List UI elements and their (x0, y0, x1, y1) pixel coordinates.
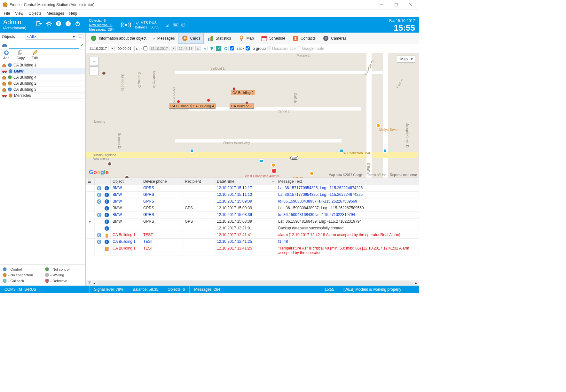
marker-ca1[interactable]: CA Building 1 (169, 104, 193, 109)
marker-ca2[interactable]: CA Building 2 (231, 90, 255, 95)
back-arrow-icon (97, 199, 102, 204)
object-item[interactable]: Mersedes (0, 93, 85, 99)
map-type-select[interactable]: Map ▾ (397, 56, 415, 63)
marker-ca3[interactable]: CA Building 3 (230, 104, 254, 109)
maximize-button[interactable] (389, 0, 403, 9)
cell-device-phone: TEST (141, 245, 183, 256)
legend-item: - Callback (3, 279, 41, 283)
table-row[interactable]: iBMWGPRS12.10.2017 15:11:13Lat:36.157177… (86, 192, 419, 198)
zoom-in-button[interactable]: + (90, 57, 98, 66)
svg-line-12 (50, 25, 51, 26)
add-button[interactable]: Add (3, 50, 10, 60)
object-item[interactable]: CA Building 3 (0, 87, 85, 93)
carrier-name: MTS-RUS (141, 20, 157, 25)
col-device-phone[interactable]: Device phone (141, 178, 183, 185)
close-button[interactable] (403, 0, 418, 9)
table-row[interactable]: iBMWGPRS12.10.2017 15:12:17Lat:36.157177… (86, 185, 419, 192)
cell-recipient (183, 245, 215, 256)
map-tool-x[interactable]: ✕ (216, 46, 222, 51)
scroll-left-button[interactable]: ◂ (93, 281, 95, 285)
grid-header-row: ☰ Object Device phone Recipient Date/Tim… (86, 178, 419, 185)
tab-map[interactable]: Map (235, 33, 257, 44)
menu-help[interactable]: Help (67, 11, 80, 16)
object-item[interactable]: CA Building 1 (0, 62, 85, 68)
table-row[interactable]: iBMWGPRS12.10.2017 15:09:39lo=36.1590308… (86, 198, 419, 205)
col-recipient[interactable]: Recipient (183, 178, 215, 185)
time-to: 11:48:13 (177, 46, 194, 51)
col-message-text[interactable]: Message Text (276, 178, 414, 185)
table-row[interactable]: CA Building 1TEST12.10.2017 12:41:25"Tem… (86, 245, 419, 256)
cell-object: CA Building 1 (111, 245, 141, 256)
cell-device-phone: TEST (141, 239, 183, 245)
track-checkbox[interactable]: Track (230, 46, 245, 51)
marker-ca4[interactable]: CA Building 4 (191, 104, 216, 109)
time-from-spin[interactable]: ▴ (134, 46, 139, 51)
cell-object: BMW (111, 192, 141, 198)
zoom-out-button[interactable]: − (90, 66, 98, 75)
cell-recipient (183, 239, 215, 245)
filter-funnel-icon[interactable] (88, 281, 91, 285)
col-datetime[interactable]: Date/Time ▿ (215, 178, 276, 185)
map-tool-target[interactable] (223, 46, 229, 51)
edit-button[interactable]: Edit (32, 50, 38, 60)
status-signal: Signal level: 78% (90, 286, 128, 293)
col-marker[interactable]: ☰ (86, 178, 95, 185)
google-logo: Google (89, 169, 109, 176)
table-row[interactable]: iCA Building 1TEST12.10.2017 12:41:25t1=… (86, 239, 419, 245)
time-from[interactable]: 00:00:01 (116, 46, 133, 51)
tab-contacts[interactable]: Contacts (289, 33, 319, 44)
table-row[interactable]: iBMWGPRSGPS12.10.2017 15:09:39Lat: 36.15… (86, 205, 419, 212)
tab-cards[interactable]: Cards (178, 33, 204, 44)
user-role: (Administrator) (3, 26, 35, 30)
svg-rect-43 (20, 50, 22, 54)
search-input[interactable] (9, 42, 79, 49)
table-row[interactable]: CA Building 1TEST12.10.2017 12:41:41alar… (86, 232, 419, 239)
map-tool-pin[interactable] (209, 46, 215, 51)
copy-button[interactable]: Copy (17, 50, 25, 60)
tab-cameras[interactable]: Cameras (319, 33, 350, 44)
tab-label: Cameras (331, 36, 347, 41)
tab-schedule[interactable]: Schedule (257, 33, 289, 44)
object-item[interactable]: BMW (0, 68, 85, 74)
date-from-dd[interactable]: ▾ (110, 46, 115, 51)
map-canvas[interactable]: Macaw Ln Sailboat Ln Canoe Ln Shelter Is… (86, 53, 419, 178)
map-tool-1[interactable]: ↘ (202, 46, 208, 51)
svg-text:i: i (106, 213, 107, 217)
object-item[interactable]: CA Building 2 (0, 81, 85, 87)
menu-file[interactable]: File (1, 11, 12, 16)
col-object[interactable]: Object (111, 178, 141, 185)
table-row[interactable]: iBMWGPRS12.10.2017 15:08:39lo=36.1590481… (86, 212, 419, 219)
date-from[interactable]: 11.10.2017 (88, 46, 108, 51)
header-time: 15:55 (389, 23, 415, 33)
tab-messages[interactable]: ▸Messages (150, 34, 178, 43)
status-objects: Objects: 6 (163, 286, 190, 293)
object-item[interactable]: CA Building 4 (0, 74, 85, 81)
svg-point-0 (3, 3, 7, 7)
filter-select[interactable]: <All>▾ (26, 34, 76, 40)
tab-statistics[interactable]: Statistics (204, 33, 234, 44)
minimize-button[interactable] (374, 0, 389, 9)
help-icon[interactable]: ? (55, 20, 62, 27)
info-icon: i (104, 192, 109, 197)
legend-item: - Defective (45, 279, 83, 283)
table-row[interactable]: i12.10.2017 13:21:01Backup database succ… (86, 225, 419, 232)
menu-objects[interactable]: Objects (26, 11, 44, 16)
cell-message: Lat: 36.159048168439; Lng: -115.27102231… (276, 219, 419, 225)
logout-icon[interactable] (35, 20, 43, 27)
menu-messages[interactable]: Messages (44, 11, 67, 16)
scroll-right-button[interactable]: ▸ (415, 281, 417, 285)
cell-device-phone: GPRS (141, 212, 183, 218)
gear-icon[interactable] (45, 20, 53, 27)
togroup-checkbox[interactable]: To group (246, 46, 266, 51)
grid-body[interactable]: iBMWGPRS12.10.2017 15:12:17Lat:36.157177… (86, 185, 419, 280)
power-icon[interactable] (74, 20, 82, 27)
shield-icon (3, 279, 7, 283)
info-icon[interactable]: i (64, 20, 72, 27)
tab-information-about-the-object[interactable]: Information about the object (87, 33, 150, 44)
grid-scrollbar-h[interactable] (97, 281, 413, 285)
menu-view[interactable]: View (12, 11, 26, 16)
table-row[interactable]: ▸iBMWGPRSGPS12.10.2017 15:08:39Lat: 36.1… (86, 219, 419, 225)
date-range-toggle[interactable] (143, 46, 147, 50)
check-icon[interactable]: ✓ (80, 43, 83, 48)
filter-more-button[interactable]: … (78, 34, 83, 39)
